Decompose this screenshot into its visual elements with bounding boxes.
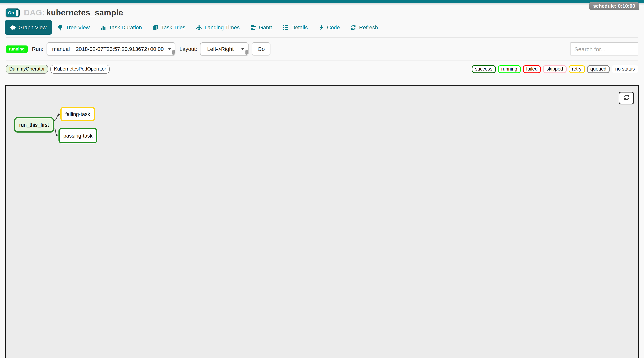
legend-row: DummyOperator KubernetesPodOperator succ… xyxy=(6,65,638,74)
dag-run-status-badge: running xyxy=(6,45,28,53)
legend-status-success: success xyxy=(472,65,496,73)
dag-graph-canvas: run_this_first failing-task passing-task xyxy=(6,85,638,358)
tab-landing-times[interactable]: Landing Times xyxy=(191,20,245,35)
tab-label: Details xyxy=(291,24,308,31)
layout-select[interactable]: Left->Right xyxy=(200,42,249,56)
tab-refresh[interactable]: Refresh xyxy=(345,20,383,35)
list-icon xyxy=(283,25,288,30)
dag-edges xyxy=(6,86,638,358)
graph-refresh-button[interactable] xyxy=(618,92,634,104)
align-left-icon xyxy=(250,25,256,30)
divider xyxy=(6,37,638,38)
tab-label: Tree View xyxy=(66,24,90,31)
tab-details[interactable]: Details xyxy=(277,20,313,35)
run-select[interactable]: manual__2018-02-07T23:57:20.913672+00:00 xyxy=(46,42,175,56)
dag-name: kubernetes_sample xyxy=(46,8,123,17)
page-title: DAG:kubernetes_sample xyxy=(24,8,123,17)
edge-run-to-failing xyxy=(54,115,58,121)
tree-icon xyxy=(57,25,63,30)
arrowhead xyxy=(56,134,58,136)
tab-task-duration[interactable]: Task Duration xyxy=(95,20,147,35)
tab-label: Refresh xyxy=(359,24,378,31)
task-node-passing-task[interactable]: passing-task xyxy=(58,128,97,143)
tab-task-tries[interactable]: Task Tries xyxy=(147,20,191,35)
tab-label: Gantt xyxy=(259,24,272,31)
tab-label: Task Tries xyxy=(161,24,186,31)
refresh-icon xyxy=(351,25,356,30)
legend-operator-dummy: DummyOperator xyxy=(6,65,48,74)
run-select-value: manual__2018-02-07T23:57:20.913672+00:00 xyxy=(52,46,164,52)
tab-code[interactable]: Code xyxy=(313,20,345,35)
legend-status-nostatus: no status xyxy=(612,65,638,73)
legend-status-running: running xyxy=(498,65,521,73)
search-input[interactable] xyxy=(570,42,638,56)
plane-icon xyxy=(196,25,202,30)
select-scrollbar xyxy=(246,50,248,55)
top-navbar-strip xyxy=(0,0,644,3)
legend-status-skipped: skipped xyxy=(543,65,566,73)
tab-label: Task Duration xyxy=(109,24,142,31)
task-node-run-this-first[interactable]: run_this_first xyxy=(14,117,54,133)
navbar-shadow xyxy=(0,3,644,6)
tab-graph-view[interactable]: Graph View xyxy=(4,20,52,35)
copy-icon xyxy=(153,25,158,30)
toggle-handle[interactable] xyxy=(16,9,19,16)
legend-operator-kubernetespod: KubernetesPodOperator xyxy=(50,65,110,74)
starburst-icon xyxy=(10,25,16,30)
run-controls: running Run: manual__2018-02-07T23:57:20… xyxy=(6,42,638,56)
chevron-down-icon xyxy=(242,48,244,50)
run-label: Run: xyxy=(32,46,43,52)
select-scrollbar xyxy=(172,50,174,55)
go-button[interactable]: Go xyxy=(252,42,270,56)
legend-status-failed: failed xyxy=(522,65,541,73)
tab-label: Graph View xyxy=(18,24,46,31)
tab-tree-view[interactable]: Tree View xyxy=(52,20,95,35)
legend-status-retry: retry xyxy=(568,65,585,73)
tab-label: Code xyxy=(327,24,340,31)
refresh-icon xyxy=(623,94,630,102)
tab-label: Landing Times xyxy=(205,24,240,31)
status-legend: success running failed skipped retry que… xyxy=(472,65,638,73)
chevron-down-icon xyxy=(168,48,171,50)
layout-select-value: Left->Right xyxy=(207,46,234,52)
divider xyxy=(6,61,638,61)
tab-gantt[interactable]: Gantt xyxy=(245,20,278,35)
edge-run-to-passing xyxy=(54,129,56,135)
bar-chart-icon xyxy=(100,25,106,30)
layout-label: Layout: xyxy=(180,46,197,52)
view-tabs: Graph View Tree View Task Duration Task … xyxy=(0,18,644,37)
airflow-graph-view-page: schedule: 0:10:00 On DAG:kubernetes_samp… xyxy=(0,0,644,358)
task-node-failing-task[interactable]: failing-task xyxy=(60,107,95,121)
legend-status-queued: queued xyxy=(587,65,610,73)
dag-on-off-toggle[interactable]: On xyxy=(6,9,20,17)
bolt-icon xyxy=(318,25,324,30)
dag-header: On DAG:kubernetes_sample xyxy=(0,6,644,18)
schedule-badge: schedule: 0:10:00 xyxy=(589,2,639,11)
dag-title-prefix: DAG: xyxy=(24,8,45,17)
